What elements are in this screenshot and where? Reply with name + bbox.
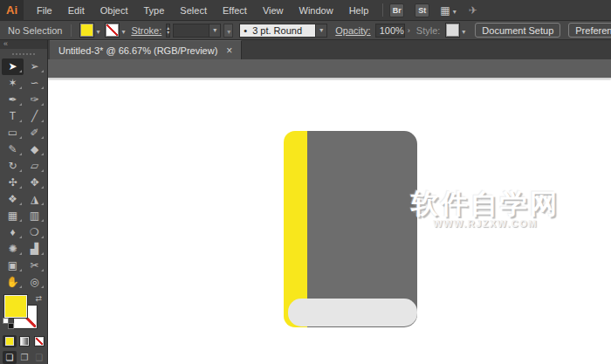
- magic-wand-tool[interactable]: ✶: [2, 75, 24, 92]
- menu-edit[interactable]: Edit: [60, 5, 93, 16]
- menu-effect[interactable]: Effect: [215, 5, 255, 16]
- close-icon[interactable]: ×: [226, 45, 232, 56]
- brush-preview-dot: •: [244, 25, 247, 36]
- cs-live-icon[interactable]: [469, 4, 477, 17]
- column-graph-tool[interactable]: ▟: [24, 241, 45, 258]
- artboard-tool[interactable]: ▣: [2, 258, 24, 274]
- slice-tool[interactable]: ✂: [24, 258, 45, 274]
- scale-tool-icon: ▱: [31, 161, 38, 171]
- opacity-expander-icon[interactable]: ›: [408, 24, 410, 38]
- selection-tool[interactable]: ➤: [2, 58, 24, 75]
- chevron-down-icon: [119, 25, 125, 36]
- free-transform-tool[interactable]: ✥: [24, 175, 45, 191]
- paintbrush-tool[interactable]: ✐: [24, 125, 45, 141]
- perspective-grid-tool-icon: ◮: [31, 194, 38, 204]
- eraser-tool[interactable]: ◆: [24, 141, 45, 158]
- free-transform-tool-icon: ✥: [30, 177, 38, 188]
- stroke-none-swatch[interactable]: [106, 24, 119, 37]
- direct-selection-tool-icon: ➢: [30, 61, 38, 72]
- fill-indicator-swatch[interactable]: [4, 295, 27, 318]
- book-artwork[interactable]: [284, 131, 417, 327]
- line-segment-tool[interactable]: ╱: [24, 108, 45, 125]
- mesh-tool[interactable]: ▦: [2, 208, 24, 224]
- stock-button[interactable]: St: [415, 3, 429, 17]
- stepper-down-icon[interactable]: [167, 31, 169, 35]
- menu-file[interactable]: File: [29, 5, 60, 16]
- zoom-tool[interactable]: ◎: [24, 274, 45, 291]
- menu-window[interactable]: Window: [292, 5, 341, 16]
- default-fill-stroke-icon[interactable]: [3, 318, 14, 329]
- workspace-switcher[interactable]: [440, 4, 456, 17]
- preferences-button[interactable]: Preferences: [568, 23, 611, 38]
- direct-selection-tool[interactable]: ➢: [24, 58, 45, 75]
- width-tool[interactable]: ✣: [2, 175, 24, 191]
- pen-tool[interactable]: ✒: [2, 92, 24, 108]
- gradient-mode-icon: [20, 337, 29, 346]
- book-bottom-band-shape[interactable]: [288, 299, 417, 326]
- gradient-tool-icon: ▥: [30, 210, 39, 221]
- stroke-label[interactable]: Stroke:: [131, 25, 161, 36]
- rotate-tool[interactable]: ↻: [2, 158, 24, 175]
- zoom-tool-icon: ◎: [30, 277, 38, 287]
- canvas[interactable]: 软件自学网 WWW.RJZXW.COM: [48, 59, 611, 364]
- pencil-tool[interactable]: ✎: [2, 141, 24, 158]
- selection-tool-icon: ➤: [8, 61, 17, 72]
- draw-behind-button[interactable]: [17, 351, 31, 364]
- menu-type[interactable]: Type: [136, 5, 173, 16]
- chevron-down-icon: [450, 5, 457, 16]
- menu-help[interactable]: Help: [341, 5, 377, 16]
- swap-fill-stroke-icon[interactable]: [35, 294, 42, 303]
- chevron-down-icon[interactable]: [209, 24, 221, 38]
- perspective-grid-tool[interactable]: ◮: [24, 191, 45, 208]
- chevron-down-icon[interactable]: [316, 24, 327, 38]
- lasso-tool[interactable]: ∽: [24, 75, 45, 92]
- hand-tool[interactable]: ✋: [2, 274, 24, 291]
- document-tab-title: Untitled-3* @ 66.67% (RGB/Preview): [58, 45, 217, 56]
- stroke-color-control[interactable]: [106, 24, 125, 37]
- brush-pen-tool[interactable]: ✑: [24, 92, 45, 108]
- opacity-field[interactable]: 100%: [375, 24, 405, 38]
- eyedropper-tool[interactable]: ♦: [2, 224, 24, 241]
- gradient-mode-button[interactable]: [17, 335, 31, 347]
- color-mode-icon: [5, 337, 14, 346]
- menu-bar: Ai FileEditObjectTypeSelectEffectViewWin…: [0, 0, 611, 21]
- shape-builder-tool[interactable]: ❖: [2, 191, 24, 208]
- illustrator-window: Ai FileEditObjectTypeSelectEffectViewWin…: [0, 0, 611, 364]
- stroke-weight-field[interactable]: [173, 24, 209, 38]
- menu-view[interactable]: View: [255, 5, 292, 16]
- fill-color-swatch[interactable]: [80, 24, 93, 37]
- draw-normal-button[interactable]: [3, 351, 17, 364]
- brush-definition-select[interactable]: • 3 pt. Round: [239, 24, 327, 38]
- type-tool[interactable]: T: [2, 108, 24, 125]
- stroke-weight-stepper[interactable]: [166, 24, 170, 38]
- bridge-button[interactable]: Br: [389, 3, 404, 17]
- chevron-down-icon: [224, 25, 230, 36]
- style-select[interactable]: [446, 24, 465, 37]
- color-mode-button[interactable]: [3, 335, 17, 347]
- gradient-tool[interactable]: ▥: [24, 208, 45, 224]
- document-setup-button[interactable]: Document Setup: [475, 23, 560, 38]
- menu-select[interactable]: Select: [172, 5, 215, 16]
- type-tool-icon: T: [10, 111, 16, 121]
- rectangle-tool[interactable]: ▭: [2, 125, 24, 141]
- controlbar-divider: [71, 24, 72, 37]
- tools-panel-grip[interactable]: [0, 49, 47, 58]
- document-tab[interactable]: Untitled-3* @ 66.67% (RGB/Preview) ×: [50, 40, 242, 59]
- none-mode-icon: [35, 337, 44, 346]
- scale-tool[interactable]: ▱: [24, 158, 45, 175]
- line-segment-tool-icon: ╱: [31, 111, 38, 121]
- tools-collapse-button[interactable]: «: [0, 40, 47, 49]
- drawing-modes-row: [3, 351, 47, 364]
- fill-color-control[interactable]: [80, 24, 100, 37]
- menu-object[interactable]: Object: [93, 5, 136, 16]
- symbol-sprayer-tool[interactable]: ✺: [2, 241, 24, 258]
- opacity-label[interactable]: Opacity:: [335, 25, 370, 36]
- style-swatch[interactable]: [446, 24, 459, 37]
- mesh-tool-icon: ▦: [8, 210, 17, 221]
- none-mode-button[interactable]: [32, 335, 46, 347]
- blend-tool[interactable]: ❍: [24, 224, 45, 241]
- slice-tool-icon: ✂: [30, 260, 38, 271]
- stroke-weight-select[interactable]: [173, 24, 221, 38]
- brush-definition-field[interactable]: • 3 pt. Round: [239, 24, 316, 38]
- default-stroke-chip: [8, 323, 14, 329]
